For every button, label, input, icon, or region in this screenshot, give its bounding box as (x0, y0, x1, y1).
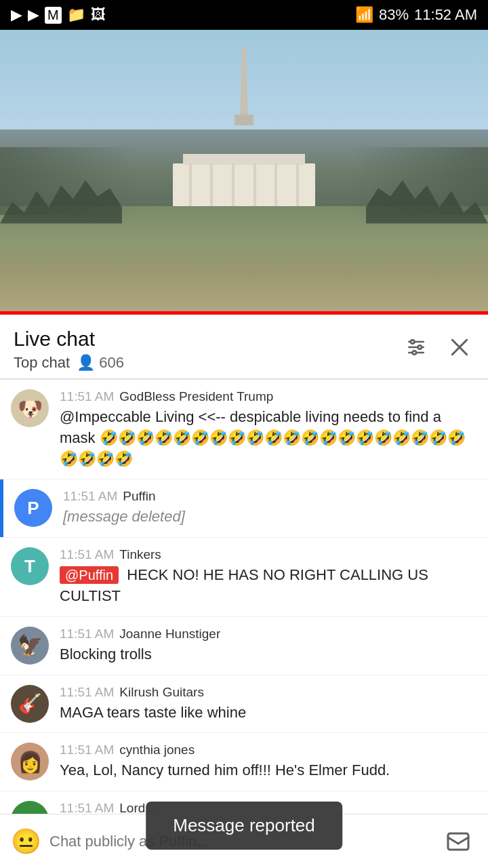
msg-time: 11:51 AM (60, 685, 114, 700)
msg-meta: 11:51 AM Puffin (63, 489, 477, 504)
chat-scroll[interactable]: 🐶 11:51 AM GodBless President Trump @Imp… (0, 380, 488, 850)
avatar: 🦅 (11, 627, 49, 665)
live-chat-title-area: Live chat Top chat 👤 606 (14, 327, 124, 372)
app-icon-yt2: ▶ (28, 6, 39, 24)
chat-message: 🐶 11:51 AM GodBless President Trump @Imp… (0, 380, 488, 479)
avatar: 🐶 (11, 389, 49, 427)
msg-text: MAGA tears taste like whine (60, 703, 477, 724)
msg-text: Blocking trolls (60, 644, 477, 665)
msg-content: 11:51 AM Joanne Hunstiger Blocking troll… (60, 627, 477, 665)
chat-message: T 11:51 AM Tinkers @Puffin HECK NO! HE H… (0, 538, 488, 617)
msg-time: 11:51 AM (60, 743, 114, 757)
header-actions (401, 327, 474, 362)
msg-author: GodBless President Trump (119, 389, 273, 404)
top-chat-label: Top chat (14, 354, 70, 372)
video-progress-bar[interactable] (0, 311, 488, 315)
mention-tag: @Puffin (60, 566, 119, 584)
msg-content: 11:51 AM Puffin [message deleted] (63, 489, 477, 528)
msg-content: 11:51 AM GodBless President Trump @Impec… (60, 389, 477, 469)
live-chat-header: Live chat Top chat 👤 606 (0, 315, 488, 379)
filter-button[interactable] (401, 332, 431, 362)
msg-text: Yea, Lol, Nancy turned him off!!! He's E… (60, 760, 477, 781)
app-icons: ▶ ▶ M 📁 🖼 (11, 6, 106, 24)
msg-text: [message deleted] (63, 507, 477, 528)
chat-message: 👩 11:51 AM cynthia jones Yea, Lol, Nancy… (0, 733, 488, 791)
msg-meta: 11:51 AM Tinkers (60, 547, 477, 562)
toast-text: Message reported (173, 815, 315, 835)
msg-time: 11:51 AM (60, 547, 114, 562)
svg-point-3 (411, 340, 414, 343)
msg-meta: 11:51 AM Joanne Hunstiger (60, 627, 477, 642)
send-button[interactable] (439, 823, 477, 861)
svg-point-4 (418, 345, 422, 349)
svg-line-9 (448, 837, 458, 844)
svg-rect-8 (448, 833, 468, 850)
avatar: 🎸 (11, 685, 49, 723)
live-chat-subtitle: Top chat 👤 606 (14, 354, 124, 372)
svg-point-5 (413, 351, 416, 354)
video-player[interactable] (0, 30, 488, 315)
msg-meta: 11:51 AM GodBless President Trump (60, 389, 477, 404)
msg-content: 11:51 AM Tinkers @Puffin HECK NO! HE HAS… (60, 547, 477, 607)
msg-author: Kilrush Guitars (119, 685, 204, 700)
viewer-count: 👤 606 (77, 354, 124, 372)
wifi-icon: 📶 (355, 6, 373, 24)
avatar: 👩 (11, 743, 49, 781)
time-text: 11:52 AM (414, 6, 477, 24)
monument-base (235, 115, 253, 125)
msg-meta: 11:51 AM cynthia jones (60, 743, 477, 757)
viewer-count-number: 606 (99, 354, 124, 372)
app-icon-files: 📁 (67, 6, 85, 24)
msg-text: @Puffin HECK NO! HE HAS NO RIGHT CALLING… (60, 565, 477, 607)
left-border (0, 479, 3, 537)
app-icon-photos: 🖼 (91, 6, 106, 24)
viewer-icon: 👤 (77, 354, 95, 372)
avatar: P (14, 489, 52, 527)
status-bar: ▶ ▶ M 📁 🖼 📶 83% 11:52 AM (0, 0, 488, 30)
close-button[interactable] (445, 332, 474, 362)
emoji-button[interactable]: 😐 (11, 827, 41, 856)
msg-time: 11:51 AM (63, 489, 117, 504)
msg-content: 11:51 AM Kilrush Guitars MAGA tears tast… (60, 685, 477, 724)
status-right: 📶 83% 11:52 AM (355, 6, 477, 24)
msg-meta: 11:51 AM Kilrush Guitars (60, 685, 477, 700)
msg-time: 11:51 AM (60, 389, 114, 404)
msg-content: 11:51 AM cynthia jones Yea, Lol, Nancy t… (60, 743, 477, 781)
app-icon-m: M (45, 7, 62, 24)
battery-text: 83% (379, 6, 409, 24)
toast-notification: Message reported (146, 802, 342, 850)
msg-text: @Impeccable Living <<-- despicable livin… (60, 407, 477, 469)
msg-author: Joanne Hunstiger (119, 627, 220, 642)
svg-line-10 (458, 837, 468, 844)
send-icon (446, 829, 470, 854)
chat-message: P 11:51 AM Puffin [message deleted] (0, 479, 488, 538)
msg-author: Tinkers (119, 547, 161, 562)
msg-author: Puffin (123, 489, 155, 504)
chat-messages-container: 🐶 11:51 AM GodBless President Trump @Imp… (0, 380, 488, 868)
tree-silhouettes (0, 170, 488, 224)
msg-author: cynthia jones (119, 743, 195, 757)
msg-time: 11:51 AM (60, 627, 114, 642)
app-icon-yt1: ▶ (11, 6, 22, 24)
live-chat-title: Live chat (14, 327, 124, 351)
avatar: T (11, 547, 49, 585)
chat-message: 🎸 11:51 AM Kilrush Guitars MAGA tears ta… (0, 675, 488, 734)
chat-message: 🦅 11:51 AM Joanne Hunstiger Blocking tro… (0, 617, 488, 675)
emoji-icon: 😐 (11, 827, 41, 856)
